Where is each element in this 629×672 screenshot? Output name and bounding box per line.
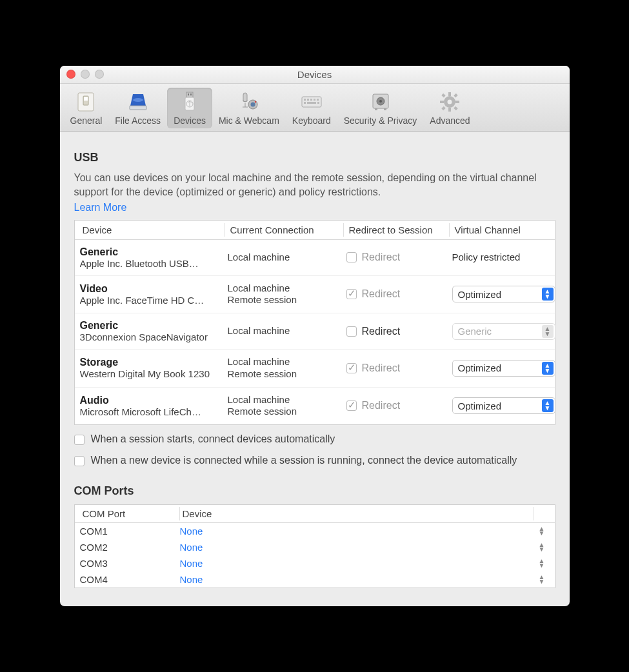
device-name: Microsoft Microsoft LifeCh… bbox=[80, 406, 219, 417]
com-port-name: COM2 bbox=[80, 542, 180, 553]
window-title: Devices bbox=[297, 69, 332, 80]
svg-rect-18 bbox=[307, 99, 309, 101]
col-current-connection: Current Connection bbox=[228, 223, 344, 237]
usb-section-description: You can use devices on your local machin… bbox=[74, 171, 555, 199]
svg-rect-19 bbox=[310, 99, 312, 101]
svg-rect-35 bbox=[455, 101, 459, 103]
col-device: Device bbox=[80, 223, 225, 237]
tab-keyboard[interactable]: Keyboard bbox=[286, 88, 337, 128]
virtual-channel-select[interactable]: Optimized▲▼ bbox=[452, 397, 555, 414]
svg-point-4 bbox=[133, 98, 143, 102]
device-kind: Generic bbox=[80, 246, 225, 258]
tab-label: Keyboard bbox=[292, 115, 331, 126]
current-connection: Local machine bbox=[228, 252, 344, 264]
tab-label: Mic & Webcam bbox=[219, 115, 279, 126]
checkbox-icon[interactable] bbox=[74, 435, 85, 445]
com-row: COM3 None ▲▼ bbox=[75, 555, 555, 571]
usb-row: Generic 3Dconnexion SpaceNavigatorLocal … bbox=[75, 313, 555, 349]
mic-webcam-icon bbox=[237, 90, 261, 114]
checkbox-label: When a new device is connected while a s… bbox=[91, 454, 517, 468]
com-table: COM Port Device COM1 None ▲▼ COM2 None ▲… bbox=[74, 504, 555, 588]
col-virtual-channel: Virtual Channel bbox=[452, 223, 550, 237]
auto-connect-on-start[interactable]: When a session starts, connect devices a… bbox=[74, 433, 555, 446]
svg-rect-38 bbox=[442, 106, 446, 110]
current-connection: Local machineRemote session bbox=[228, 282, 344, 307]
virtual-channel-select[interactable]: Generic▲▼ bbox=[452, 323, 555, 340]
close-button[interactable] bbox=[66, 70, 75, 79]
chevron-updown-icon[interactable]: ▲▼ bbox=[534, 575, 550, 584]
device-name: 3Dconnexion SpaceNavigator bbox=[80, 331, 219, 342]
usb-table: Device Current Connection Redirect to Se… bbox=[74, 220, 555, 426]
select-value: Optimized bbox=[458, 362, 502, 373]
checkbox-icon bbox=[346, 289, 357, 299]
gear-icon bbox=[438, 90, 461, 114]
titlebar: Devices bbox=[60, 66, 570, 84]
tab-general[interactable]: General bbox=[64, 88, 109, 128]
svg-rect-21 bbox=[317, 99, 319, 101]
preferences-window: Devices General File Access Devices Mic … bbox=[60, 66, 570, 606]
device-kind: Audio bbox=[80, 395, 225, 406]
svg-rect-29 bbox=[384, 108, 386, 110]
checkbox-icon[interactable] bbox=[74, 456, 85, 466]
auto-connect-new-device[interactable]: When a new device is connected while a s… bbox=[74, 454, 555, 468]
device-kind: Generic bbox=[80, 320, 225, 331]
redirect-checkbox[interactable]: Redirect bbox=[346, 326, 450, 337]
svg-rect-34 bbox=[440, 101, 444, 103]
usb-icon bbox=[178, 90, 201, 114]
redirect-label: Redirect bbox=[362, 252, 401, 263]
tab-label: Devices bbox=[174, 115, 206, 126]
svg-rect-23 bbox=[307, 102, 316, 104]
traffic-lights bbox=[66, 70, 104, 79]
select-value: Optimized bbox=[458, 400, 502, 411]
svg-point-31 bbox=[448, 100, 452, 104]
current-connection: Local machineRemote session bbox=[228, 394, 344, 419]
tab-mic-webcam[interactable]: Mic & Webcam bbox=[212, 88, 286, 128]
chevron-updown-icon: ▲▼ bbox=[544, 289, 551, 299]
com-device-select[interactable]: None bbox=[180, 558, 534, 569]
svg-rect-33 bbox=[448, 108, 451, 112]
com-device-select[interactable]: None bbox=[180, 526, 534, 537]
chevron-updown-icon[interactable]: ▲▼ bbox=[534, 542, 550, 551]
chevron-updown-icon[interactable]: ▲▼ bbox=[534, 526, 550, 535]
com-device-select[interactable]: None bbox=[180, 574, 534, 585]
select-value: Optimized bbox=[458, 289, 502, 300]
tab-label: Security & Privacy bbox=[344, 115, 417, 126]
redirect-checkbox: Redirect bbox=[346, 362, 450, 374]
tab-file-access[interactable]: File Access bbox=[108, 88, 167, 128]
device-name: Apple Inc. Bluetooth USB… bbox=[80, 258, 219, 269]
redirect-label: Redirect bbox=[362, 288, 401, 300]
switch-icon bbox=[74, 90, 97, 114]
minimize-button[interactable] bbox=[81, 70, 90, 79]
virtual-channel-select[interactable]: Optimized▲▼ bbox=[452, 360, 555, 377]
redirect-checkbox: Redirect bbox=[346, 252, 450, 263]
tab-security-privacy[interactable]: Security & Privacy bbox=[337, 88, 424, 128]
chevron-updown-icon: ▲▼ bbox=[544, 400, 551, 411]
device-name: Apple Inc. FaceTime HD C… bbox=[80, 295, 219, 306]
learn-more-link[interactable]: Learn More bbox=[74, 202, 127, 213]
redirect-checkbox: Redirect bbox=[346, 400, 450, 411]
usb-section-title: USB bbox=[74, 151, 555, 164]
usb-row: Generic Apple Inc. Bluetooth USB…Local m… bbox=[75, 240, 555, 275]
svg-rect-10 bbox=[243, 93, 247, 102]
svg-rect-7 bbox=[188, 94, 189, 95]
svg-point-14 bbox=[250, 103, 255, 107]
com-device-select[interactable]: None bbox=[180, 542, 534, 553]
com-table-header: COM Port Device bbox=[75, 505, 555, 523]
redirect-label: Redirect bbox=[362, 362, 401, 374]
col-redirect: Redirect to Session bbox=[346, 223, 450, 237]
tab-label: File Access bbox=[115, 115, 161, 126]
checkbox-icon bbox=[346, 252, 357, 262]
com-row: COM2 None ▲▼ bbox=[75, 539, 555, 555]
tab-advanced[interactable]: Advanced bbox=[423, 88, 476, 128]
virtual-channel-text: Policy restricted bbox=[452, 252, 521, 262]
checkbox-icon bbox=[346, 400, 357, 411]
col-com-port: COM Port bbox=[80, 507, 180, 520]
checkbox-icon[interactable] bbox=[346, 326, 357, 337]
chevron-updown-icon[interactable]: ▲▼ bbox=[534, 558, 550, 568]
virtual-channel-select[interactable]: Optimized▲▼ bbox=[452, 286, 555, 302]
usb-row: Audio Microsoft Microsoft LifeCh…Local m… bbox=[75, 387, 555, 425]
vault-icon bbox=[369, 90, 392, 114]
svg-rect-37 bbox=[454, 94, 458, 97]
zoom-button[interactable] bbox=[95, 70, 104, 79]
tab-devices[interactable]: Devices bbox=[167, 88, 212, 128]
